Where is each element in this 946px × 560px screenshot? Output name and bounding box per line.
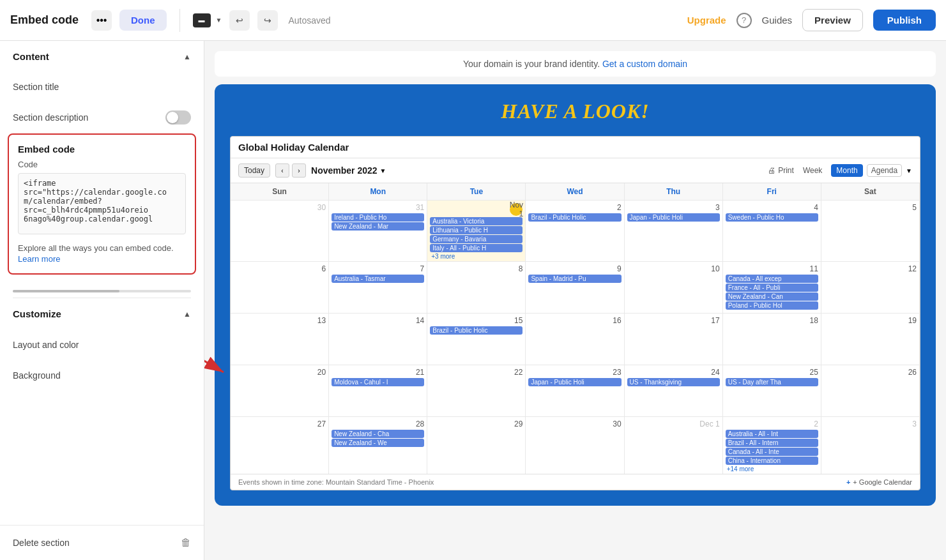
event[interactable]: Moldova - Cahul - I xyxy=(332,378,424,386)
prev-month-button[interactable]: ‹ xyxy=(275,163,289,178)
calendar-nav-bar: Today ‹ › November 2022 ▼ 🖨 Pri xyxy=(231,158,920,183)
event[interactable]: China - Internation xyxy=(726,457,818,465)
cell-dec3: 3 xyxy=(821,417,920,474)
guides-link[interactable]: Guides xyxy=(762,15,793,26)
publish-button[interactable]: Publish xyxy=(873,10,936,31)
cell-nov17: 17 xyxy=(625,314,723,365)
learn-more-link[interactable]: Learn more xyxy=(18,254,60,264)
trash-icon: 🗑 xyxy=(181,537,191,549)
cell-nov26: 26 xyxy=(821,365,920,416)
event[interactable]: Canada - All excep xyxy=(726,275,818,283)
event[interactable]: Japan - Public Holi xyxy=(627,213,720,222)
cell-nov25: 25 US - Day after Tha xyxy=(723,365,821,416)
more-events[interactable]: +3 more xyxy=(430,253,523,260)
event[interactable]: Sweden - Public Ho xyxy=(726,213,818,222)
domain-banner-text: Your domain is your brand identity. xyxy=(463,59,600,69)
event[interactable]: Lithuania - Public H xyxy=(430,226,523,234)
event[interactable]: Ireland - Public Ho xyxy=(332,213,424,222)
content-section-title: Content xyxy=(13,51,49,62)
calendar-view-controls: 🖨 Print Week Month Agenda ▼ xyxy=(768,164,912,177)
preview-button[interactable]: Preview xyxy=(802,9,863,31)
event[interactable]: US - Day after Tha xyxy=(726,378,818,386)
layout-color-label: Layout and color xyxy=(13,340,79,350)
embed-code-textarea[interactable]: <iframe src="https://calendar.google.co … xyxy=(18,173,186,234)
event[interactable]: Brazil - Public Holic xyxy=(528,213,621,222)
event[interactable]: Italy - All - Public H xyxy=(430,244,523,252)
topbar: Embed code ••• Done ▬ ▼ ↩ ↪ Autosaved Up… xyxy=(0,0,946,41)
event[interactable]: France - All - Publi xyxy=(726,284,818,292)
cell-dec2: 2 Australia - All - Int Brazil - All - I… xyxy=(723,417,821,474)
event[interactable]: US - Thanksgiving xyxy=(627,378,720,386)
content-section-header[interactable]: Content ▲ xyxy=(0,41,204,72)
event[interactable]: Germany - Bavaria xyxy=(430,235,523,243)
agenda-dropdown-icon: ▼ xyxy=(906,167,912,174)
layout-color-item[interactable]: Layout and color xyxy=(0,329,204,360)
calendar-nav: ‹ › xyxy=(275,163,306,178)
day-sun: Sun xyxy=(231,183,329,200)
calendar-grid: Sun Mon Tue Wed Thu Fri Sat 30 xyxy=(231,183,920,474)
calendar-header: Global Holiday Calendar xyxy=(231,137,920,158)
event[interactable]: New Zealand - Mar xyxy=(332,222,424,231)
cell-nov18: 18 xyxy=(723,314,821,365)
done-button[interactable]: Done xyxy=(119,10,167,31)
days-header: Sun Mon Tue Wed Thu Fri Sat xyxy=(231,183,920,200)
cell-oct31: 31 Ireland - Public Ho New Zealand - Mar xyxy=(329,201,427,261)
event[interactable]: New Zealand - Cha xyxy=(332,430,424,438)
cell-nov1: Nov 1 Australia - Victoria Lithuania - P… xyxy=(427,201,526,261)
section-title-item[interactable]: Section title xyxy=(0,72,204,102)
agenda-view-button[interactable]: Agenda xyxy=(867,164,902,177)
cell-nov15: 15 Brazil - Public Holic xyxy=(427,314,526,365)
event[interactable]: Brazil - All - Intern xyxy=(726,439,818,447)
event[interactable]: Australia - Tasmar xyxy=(332,275,424,283)
day-mon: Mon xyxy=(329,183,427,200)
customize-section-title: Customize xyxy=(13,308,61,319)
today-button[interactable]: Today xyxy=(238,163,270,178)
content-chevron-icon: ▲ xyxy=(183,52,191,61)
device-selector[interactable]: ▬ ▼ xyxy=(193,13,222,27)
more-options-button[interactable]: ••• xyxy=(91,10,112,31)
help-icon[interactable]: ? xyxy=(736,13,752,28)
cell-nov5: 5 xyxy=(821,201,920,261)
background-item[interactable]: Background xyxy=(0,360,204,391)
event[interactable]: Spain - Madrid - Pu xyxy=(528,275,621,283)
redo-button[interactable]: ↪ xyxy=(257,10,278,31)
day-wed: Wed xyxy=(526,183,624,200)
event[interactable]: New Zealand - We xyxy=(332,439,424,447)
event[interactable]: Poland - Public Hol xyxy=(726,301,818,310)
month-selector[interactable]: November 2022 ▼ xyxy=(311,165,386,176)
week-view-button[interactable]: Week xyxy=(798,164,827,177)
section-description-toggle[interactable] xyxy=(165,110,191,125)
next-month-button[interactable]: › xyxy=(292,163,306,178)
event[interactable]: Brazil - Public Holic xyxy=(430,326,523,335)
upgrade-link[interactable]: Upgrade xyxy=(687,15,726,26)
svg-line-1 xyxy=(204,289,224,372)
calendar-footer: Events shown in time zone: Mountain Stan… xyxy=(231,474,920,490)
cell-nov12: 12 xyxy=(821,262,920,313)
print-button[interactable]: 🖨 Print xyxy=(768,166,794,175)
undo-button[interactable]: ↩ xyxy=(229,10,250,31)
cell-nov27: 27 xyxy=(231,417,329,474)
event[interactable]: Canada - All - Inte xyxy=(726,448,818,456)
event[interactable]: Australia - Victoria xyxy=(430,217,523,225)
cell-oct30: 30 xyxy=(231,201,329,261)
section-heading: HAVE A LOOK! xyxy=(230,100,920,123)
event[interactable]: Japan - Public Holi xyxy=(528,378,621,386)
monitor-icon: ▬ xyxy=(193,13,211,27)
printer-icon: 🖨 xyxy=(768,166,775,175)
preview-wrapper: Global Holiday Calendar Today ‹ › Novemb… xyxy=(230,136,920,490)
content-area: Your domain is your brand identity. Get … xyxy=(204,41,946,560)
section-description-item[interactable]: Section description xyxy=(0,102,204,133)
day-tue: Tue xyxy=(427,183,526,200)
customize-section-header[interactable]: Customize ▲ xyxy=(0,298,204,329)
custom-domain-link[interactable]: Get a custom domain xyxy=(602,59,687,69)
cell-nov11: 11 Canada - All excep France - All - Pub… xyxy=(723,262,821,313)
more-events-dec2[interactable]: +14 more xyxy=(726,465,818,473)
event[interactable]: Australia - All - Int xyxy=(726,430,818,438)
month-view-button[interactable]: Month xyxy=(831,164,862,177)
day-sat: Sat xyxy=(821,183,920,200)
toggle-knob xyxy=(167,112,178,123)
cell-nov22: 22 xyxy=(427,365,526,416)
delete-section-button[interactable]: Delete section 🗑 xyxy=(0,525,204,560)
cell-nov23: 23 Japan - Public Holi xyxy=(526,365,624,416)
event[interactable]: New Zealand - Can xyxy=(726,292,818,301)
